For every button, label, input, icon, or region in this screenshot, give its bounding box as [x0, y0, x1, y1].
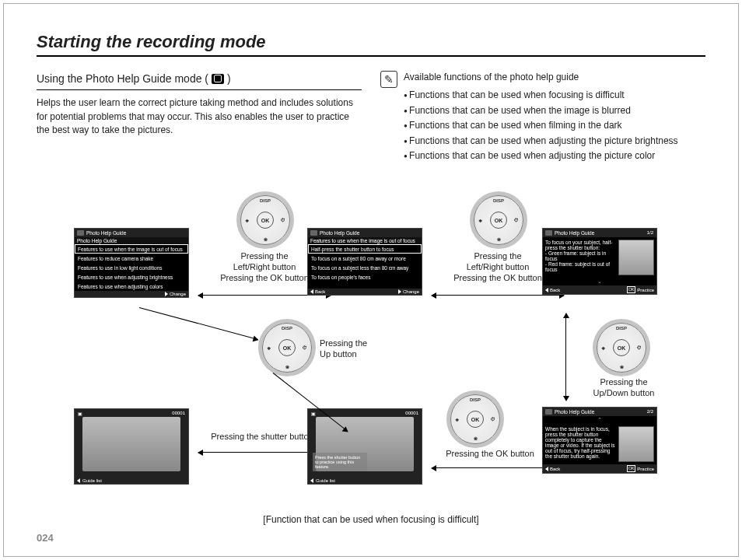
- footer-back: Back: [550, 288, 560, 292]
- footer-back: Back: [315, 289, 325, 294]
- list-item: Functions that can be used when filming …: [404, 119, 705, 132]
- pad-left-icon: ❖: [455, 417, 459, 422]
- menu-row: Features to use when adjusting brightnes…: [75, 272, 188, 282]
- pad-top-label: DISP: [616, 326, 627, 331]
- pad-top-label: DISP: [493, 198, 504, 203]
- page-title: Starting the recording mode: [37, 32, 705, 57]
- pad-left-icon: ❖: [245, 218, 249, 223]
- ok-button-icon: OK: [467, 411, 484, 428]
- pad-bottom-icon: ❀: [285, 364, 289, 369]
- vertical-double-arrow-icon: [565, 313, 566, 401]
- pad-left-icon: ❖: [601, 345, 605, 351]
- ok-box-icon: OK: [627, 465, 635, 472]
- pad-top-label: DISP: [282, 326, 292, 331]
- footer-guide-list: Guide list: [316, 478, 335, 483]
- overlay-hint: Press the shutter button to practice usi…: [313, 453, 367, 471]
- guide-icon: [545, 230, 552, 236]
- camera-lcd-menu-1: Photo Help Guide Photo Help Guide Featur…: [74, 228, 189, 298]
- note-icon: ✎: [380, 71, 397, 88]
- left-triangle-icon: [545, 288, 548, 292]
- menu-row: To focus on people's faces: [308, 272, 422, 282]
- right-triangle-icon: [165, 292, 168, 296]
- intro-paragraph: Helps the user learn the correct picture…: [37, 96, 362, 137]
- menu-row: Features to use in low light conditions: [75, 263, 188, 272]
- list-item: Functions that can be used when adjustin…: [404, 135, 705, 148]
- label-up: Pressing the Up button: [320, 338, 397, 360]
- manual-page: Starting the recording mode Using the Ph…: [3, 3, 739, 557]
- nav-pad-icon: OK DISP ❀ ❖ ⏱: [474, 195, 523, 245]
- ok-box-icon: OK: [627, 286, 635, 293]
- ok-button-icon: OK: [278, 339, 296, 356]
- pad-bottom-icon: ❀: [474, 436, 478, 441]
- ok-button-icon: OK: [490, 212, 507, 229]
- guide-icon: [77, 230, 84, 236]
- lcd-header: Photo Help Guide: [86, 230, 126, 236]
- label-left-right-ok: Pressing the Left/Right button Pressing …: [439, 251, 556, 283]
- two-column-intro: Using the Photo Help Guide mode ( ) Help…: [37, 71, 705, 164]
- lcd-header: Photo Help Guide: [555, 409, 594, 415]
- functions-bullet-list: Functions that can be used when focusing…: [404, 89, 705, 163]
- nav-pad-icon: OK DISP ❀ ❖ ⏱: [450, 394, 500, 444]
- guide-icon: [310, 230, 317, 236]
- note-heading: Available functions of the photo help gu…: [404, 71, 705, 84]
- footer-change: Change: [403, 289, 419, 294]
- pad-right-icon: ⏱: [514, 218, 519, 222]
- list-item: Functions that can be used when the imag…: [404, 104, 705, 117]
- shot-counter: 00001: [172, 411, 185, 416]
- left-column: Using the Photo Help Guide mode ( ) Help…: [37, 71, 362, 164]
- pad-right-icon: ⏱: [303, 345, 307, 350]
- section-subheading: Using the Photo Help Guide mode ( ): [37, 71, 362, 90]
- flow-diagram: Photo Help Guide Photo Help Guide Featur…: [37, 191, 705, 525]
- menu-row: Features to use when the image is out of…: [75, 244, 188, 254]
- camera-lcd-info-1: Photo Help Guide1/2 To focus on your sub…: [542, 228, 657, 295]
- chevron-down-icon: ⌄: [543, 278, 656, 285]
- label-up-down: Pressing the Up/Down button: [581, 377, 667, 399]
- camera-lcd-info-2: Photo Help Guide2/2 ⌃ When the subject i…: [542, 407, 657, 474]
- lcd-subheader: Photo Help Guide: [75, 237, 188, 244]
- nav-pad-icon: OK DISP ❀ ❖ ⏱: [262, 323, 312, 373]
- ok-button-icon: OK: [257, 212, 274, 229]
- page-number: 024: [37, 532, 54, 544]
- pad-right-icon: ⏱: [637, 345, 642, 350]
- footer-practice: Practice: [637, 288, 654, 292]
- nav-pad-icon: OK DISP ❀ ❖ ⏱: [240, 195, 290, 245]
- list-item: Functions that can be used when focusing…: [404, 89, 705, 102]
- nav-pad-icon: OK DISP ❀ ❖ ⏱: [597, 323, 646, 373]
- page-indicator: 2/2: [647, 409, 653, 414]
- footer-guide-list: Guide list: [82, 478, 102, 483]
- label-ok: Pressing the OK button: [432, 449, 548, 460]
- footer-change: Change: [170, 292, 186, 296]
- menu-row: Half-press the shutter button to focus: [308, 244, 422, 254]
- pad-top-label: DISP: [260, 198, 271, 203]
- pad-bottom-icon: ❀: [497, 236, 501, 242]
- left-triangle-icon: [545, 467, 548, 471]
- camera-lcd-menu-2: Photo Help Guide Features to use when th…: [307, 228, 422, 296]
- right-column: ✎ Available functions of the photo help …: [380, 71, 705, 164]
- lcd-body-text: To focus on your subject, half-press the…: [545, 240, 616, 275]
- menu-row: Features to use when adjusting colors: [75, 282, 188, 291]
- pad-right-icon: ⏱: [491, 417, 495, 422]
- page-indicator: 1/2: [647, 230, 653, 235]
- menu-row: To focus on a subject 80 cm away or more: [308, 254, 422, 263]
- shot-counter: 00001: [405, 411, 418, 416]
- diagram-caption: [Function that can be used when focusing…: [37, 514, 705, 525]
- subhead-text-prefix: Using the Photo Help Guide mode (: [37, 71, 208, 86]
- footer-back: Back: [550, 467, 560, 471]
- left-triangle-icon: [310, 478, 313, 483]
- guide-icon: [545, 409, 552, 415]
- illustration-thumbnail: [618, 426, 654, 462]
- double-arrow-icon: [432, 295, 564, 296]
- list-item: Functions that can be used when adjustin…: [404, 149, 705, 163]
- pad-top-label: DISP: [470, 397, 481, 402]
- lcd-body-text: When the subject is in focus, press the …: [545, 426, 616, 462]
- diagonal-arrow-icon: [139, 307, 258, 340]
- pad-bottom-icon: ❀: [620, 364, 624, 369]
- subhead-text-suffix: ): [227, 71, 231, 86]
- lcd-header: Photo Help Guide: [555, 230, 594, 236]
- camera-lcd-preview-left: ▣00001 Guide list: [74, 408, 189, 485]
- menu-row: [308, 282, 422, 289]
- menu-row: To focus on a subject less than 80 cm aw…: [308, 263, 422, 272]
- guide-mode-icon: [212, 74, 224, 84]
- pad-right-icon: ⏱: [281, 218, 285, 222]
- left-triangle-icon: [310, 289, 313, 294]
